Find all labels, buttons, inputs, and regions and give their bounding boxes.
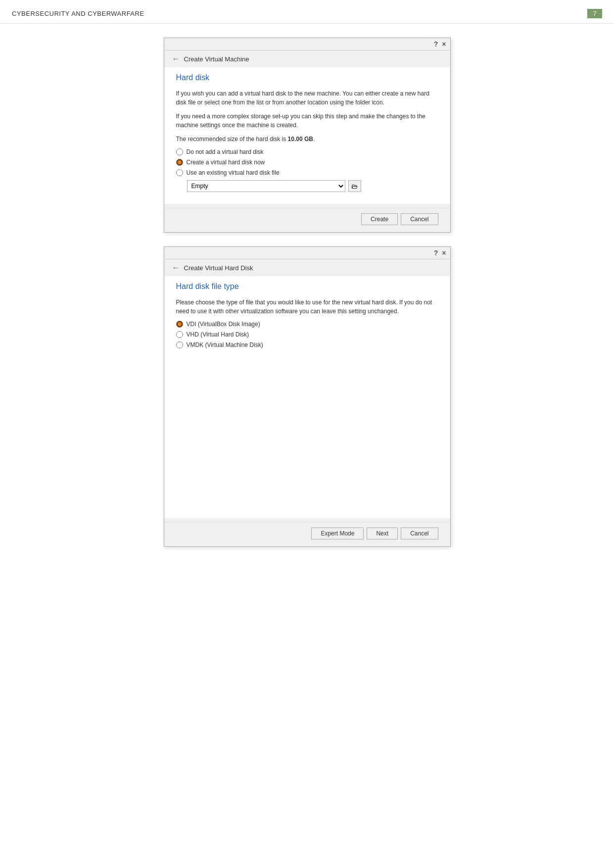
dialog1-radio-option-3[interactable]: Use an existing virtual hard disk file [176, 169, 438, 176]
radio-vhd[interactable] [176, 331, 183, 338]
dialog1-desc3-suffix: . [313, 136, 315, 143]
radio-create-disk-label: Create a virtual hard disk now [187, 159, 265, 166]
radio-existing-disk[interactable] [176, 169, 183, 176]
radio-vmdk-label: VMDK (Virtual Machine Disk) [187, 341, 263, 348]
dialog2-titlebar: ? × [164, 247, 450, 259]
page-title: CYBERSECURITY AND CYBERWARFARE [12, 10, 144, 17]
radio-existing-disk-label: Use an existing virtual hard disk file [187, 169, 280, 176]
radio-vmdk[interactable] [176, 341, 183, 348]
hard-disk-type-dialog: ? × ← Create Virtual Hard Disk Hard disk… [164, 246, 451, 547]
dialog2-nav-row: ← Create Virtual Hard Disk [164, 259, 450, 276]
dialog2-expert-mode-button[interactable]: Expert Mode [311, 528, 364, 539]
dialog1-help-icon[interactable]: ? [434, 40, 438, 48]
dialog2-button-row: Expert Mode Next Cancel [164, 522, 450, 546]
radio-no-disk[interactable] [176, 148, 183, 155]
dialog1-radio-option-1[interactable]: Do not add a virtual hard disk [176, 148, 438, 155]
page-header: CYBERSECURITY AND CYBERWARFARE 7 [0, 0, 614, 24]
dialog1-create-button[interactable]: Create [361, 213, 398, 225]
radio-vhd-label: VHD (Virtual Hard Disk) [187, 331, 249, 338]
dialog1-cancel-button[interactable]: Cancel [401, 213, 438, 225]
dialog2-radio-vmdk[interactable]: VMDK (Virtual Machine Disk) [176, 341, 438, 348]
dialog2-radio-vdi[interactable]: VDI (VirtualBox Disk Image) [176, 321, 438, 328]
page-number: 7 [587, 9, 602, 18]
dialog1-nav-title: Create Virtual Machine [184, 55, 249, 63]
dialog2-close-button[interactable]: × [442, 249, 446, 257]
dialog2-section-heading: Hard disk file type [176, 282, 438, 291]
dialog1-description2: If you need a more complex storage set-u… [176, 112, 438, 130]
folder-icon: 🗁 [351, 183, 358, 190]
dialog1-section-heading: Hard disk [176, 73, 438, 82]
folder-browse-button[interactable]: 🗁 [348, 180, 361, 192]
radio-vdi[interactable] [176, 321, 183, 328]
dialog1-button-row: Create Cancel [164, 208, 450, 232]
dialog2-back-arrow[interactable]: ← [172, 263, 180, 272]
dialog1-titlebar: ? × [164, 38, 450, 50]
dialog1-description1: If you wish you can add a virtual hard d… [176, 89, 438, 107]
radio-create-disk[interactable] [176, 159, 183, 166]
dialog1-nav-row: ← Create Virtual Machine [164, 50, 450, 67]
dialog1-dropdown-row: Empty 🗁 [187, 180, 438, 192]
dialog2-next-button[interactable]: Next [367, 528, 398, 539]
dialog2-content: Hard disk file type Please choose the ty… [164, 276, 450, 518]
hard-disk-dialog: ? × ← Create Virtual Machine Hard disk I… [164, 38, 451, 233]
dialog2-help-icon[interactable]: ? [434, 249, 438, 257]
dialog2-description1: Please choose the type of file that you … [176, 298, 438, 316]
existing-disk-select[interactable]: Empty [187, 180, 345, 192]
dialog1-content: Hard disk If you wish you can add a virt… [164, 67, 450, 204]
dialog1-radio-option-2[interactable]: Create a virtual hard disk now [176, 159, 438, 166]
radio-no-disk-label: Do not add a virtual hard disk [187, 148, 264, 155]
dialog1-desc3-value: 10.00 GB [288, 136, 313, 143]
content-spacer [176, 352, 438, 510]
dialog1-back-arrow[interactable]: ← [172, 54, 180, 63]
dialog1-description3: The recommended size of the hard disk is… [176, 135, 438, 144]
dialog1-desc3-prefix: The recommended size of the hard disk is [176, 136, 288, 143]
dialog2-cancel-button[interactable]: Cancel [401, 528, 438, 539]
radio-vdi-label: VDI (VirtualBox Disk Image) [187, 321, 260, 328]
dialog2-radio-vhd[interactable]: VHD (Virtual Hard Disk) [176, 331, 438, 338]
dialog2-nav-title: Create Virtual Hard Disk [184, 264, 253, 272]
dialog1-close-button[interactable]: × [442, 40, 446, 48]
